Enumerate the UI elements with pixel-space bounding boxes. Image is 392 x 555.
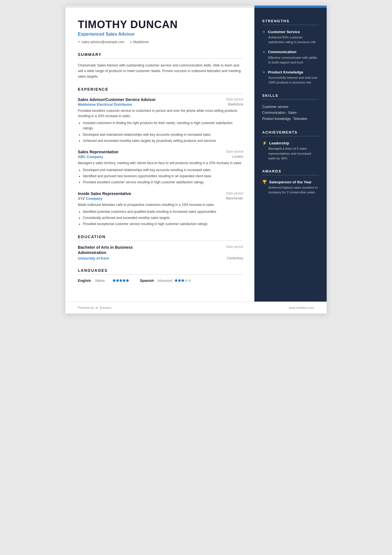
education-entry-1: Bachelor of Arts in Business Administrat… bbox=[78, 245, 243, 260]
awards-title: AWARDS bbox=[262, 169, 319, 173]
star-icon-2: ★ bbox=[262, 50, 266, 54]
company-3: XYZ Company bbox=[78, 196, 102, 201]
award-1: 🏆 Salesperson of the Year Achieved highe… bbox=[262, 180, 319, 195]
languages-section: LANGUAGES English Native bbox=[78, 268, 243, 283]
awards-section: AWARDS 🏆 Salesperson of the Year Achieve… bbox=[262, 169, 319, 195]
strength-desc-3: Successfully learned and sold over 1000 … bbox=[262, 75, 319, 85]
dot-es-3 bbox=[182, 279, 184, 282]
skills-line-1: Customer service · bbox=[262, 104, 319, 110]
dot-en-2 bbox=[116, 279, 119, 282]
strength-1: ★ Customer Service Achieved 95% customer… bbox=[262, 29, 319, 45]
experience-entry-3: Inside Sales Representative Date period … bbox=[78, 191, 243, 227]
location-1: Maidstone bbox=[228, 102, 243, 107]
experience-title: EXPERIENCE bbox=[78, 87, 243, 92]
lang-level-spanish: Advanced bbox=[157, 279, 173, 283]
summary-title: SUMMARY bbox=[78, 52, 243, 57]
left-top-space bbox=[65, 6, 254, 8]
strength-title-2: Communication bbox=[268, 50, 296, 54]
dot-en-5 bbox=[126, 279, 129, 282]
strength-3: ★ Product Knowledge Successfully learned… bbox=[262, 70, 319, 85]
trophy-icon-1: 🏆 bbox=[262, 180, 267, 184]
strengths-divider bbox=[262, 25, 319, 25]
bullet-3-2: Consistently achieved and exceeded month… bbox=[83, 215, 243, 221]
exp-header-2: Sales Representative Date period bbox=[78, 150, 243, 154]
dot-en-1 bbox=[113, 279, 115, 282]
exp-bullets-3: Identified potential customers and quali… bbox=[78, 209, 243, 227]
strength-header-2: ★ Communication bbox=[262, 50, 319, 54]
dot-es-4 bbox=[185, 279, 187, 282]
website-text: www.enhancv.com bbox=[289, 306, 314, 309]
candidate-title: Experienced Sales Advisor bbox=[78, 32, 243, 37]
bullet-1-3: Achieved and exceeded monthly sales targ… bbox=[83, 138, 243, 144]
company-row-1: Maidstone Electrical Distributor Maidsto… bbox=[78, 102, 243, 107]
job-title-2: Sales Representative bbox=[78, 150, 118, 154]
achievement-header-1: ⚡ Leadership bbox=[262, 141, 319, 145]
achievements-divider bbox=[262, 136, 319, 136]
location-text: Maidstone bbox=[133, 40, 148, 44]
strength-title-1: Customer Service bbox=[268, 30, 300, 34]
strength-desc-2: Effective communicator with ability to b… bbox=[262, 55, 319, 65]
languages-divider bbox=[78, 274, 243, 275]
exp-date-3: Date period bbox=[226, 191, 243, 195]
language-spanish: Spanish Advanced bbox=[140, 278, 191, 283]
strength-desc-1: Achieved 95% customer satisfaction ratin… bbox=[262, 35, 319, 45]
lang-dots-english bbox=[113, 279, 129, 282]
edu-location-1: Canterbury bbox=[227, 256, 243, 260]
summary-divider bbox=[78, 58, 243, 59]
strength-title-3: Product Knowledge bbox=[268, 70, 303, 74]
enhancv-logo-icon: ∞ bbox=[96, 306, 98, 310]
company-row-2: ABC Company London bbox=[78, 155, 243, 159]
footer-brand: Powered by ∞ Enhancv bbox=[78, 306, 111, 310]
edu-header-1: Bachelor of Arts in Business Administrat… bbox=[78, 245, 243, 255]
main-content: TIMOTHY DUNCAN Experienced Sales Advisor… bbox=[65, 8, 327, 302]
skills-list: Customer service · Communication · Sales… bbox=[262, 104, 319, 122]
strengths-title: STRENGTHS bbox=[262, 19, 319, 23]
company-1: Maidstone Electrical Distributor bbox=[78, 102, 132, 107]
education-section: EDUCATION Bachelor of Arts in Business A… bbox=[78, 235, 243, 260]
exp-header-3: Inside Sales Representative Date period bbox=[78, 191, 243, 196]
summary-text: Charismatic Sales Advisor with outstandi… bbox=[78, 63, 243, 79]
exp-desc-3: Made outbound telesales calls to prospec… bbox=[78, 202, 243, 208]
location-3: Manchester bbox=[226, 196, 243, 201]
exp-bullets-2: Developed and maintained relationships w… bbox=[78, 167, 243, 185]
languages-title: LANGUAGES bbox=[78, 268, 243, 273]
lang-dots-spanish bbox=[175, 279, 191, 282]
achievements-section: ACHIEVEMENTS ⚡ Leadership Managed a team… bbox=[262, 130, 319, 161]
brand-name: Enhancv bbox=[100, 306, 112, 309]
company-2: ABC Company bbox=[78, 155, 103, 159]
location-contact: ● Maidstone bbox=[130, 40, 149, 44]
strengths-section: STRENGTHS ★ Customer Service Achieved 95… bbox=[262, 19, 319, 85]
right-column: STRENGTHS ★ Customer Service Achieved 95… bbox=[254, 8, 327, 302]
header-section: TIMOTHY DUNCAN Experienced Sales Advisor… bbox=[78, 19, 243, 44]
email-icon: ✉ bbox=[78, 40, 80, 44]
experience-section: EXPERIENCE Sales Advisor/Customer Servic… bbox=[78, 87, 243, 227]
awards-divider bbox=[262, 175, 319, 175]
education-divider bbox=[78, 241, 243, 241]
dot-es-5 bbox=[188, 279, 191, 282]
bullet-3-3: Provided exceptional customer service re… bbox=[83, 221, 243, 227]
experience-entry-2: Sales Representative Date period ABC Com… bbox=[78, 150, 243, 185]
bullet-3-1: Identified potential customers and quali… bbox=[83, 209, 243, 214]
experience-entry-1: Sales Advisor/Customer Service Advisor D… bbox=[78, 97, 243, 144]
star-icon-3: ★ bbox=[262, 70, 266, 74]
skills-line-2: Communication · Sales · bbox=[262, 110, 319, 116]
language-english: English Native bbox=[78, 278, 129, 283]
strength-header-3: ★ Product Knowledge bbox=[262, 70, 319, 74]
strength-2: ★ Communication Effective communicator w… bbox=[262, 50, 319, 65]
bullet-2-2: Identified and pursued new business oppo… bbox=[83, 174, 243, 179]
exp-header-1: Sales Advisor/Customer Service Advisor D… bbox=[78, 97, 243, 102]
company-row-3: XYZ Company Manchester bbox=[78, 196, 243, 201]
exp-bullets-1: Assisted customers in finding the right … bbox=[78, 120, 243, 144]
skills-title: SKILLS bbox=[262, 93, 319, 98]
top-bar bbox=[65, 6, 327, 8]
bolt-icon-1: ⚡ bbox=[262, 141, 267, 145]
email-text: sales.advisor@example.com bbox=[82, 40, 125, 44]
award-header-1: 🏆 Salesperson of the Year bbox=[262, 180, 319, 184]
dot-en-3 bbox=[120, 279, 122, 282]
exp-date-1: Date period bbox=[226, 97, 243, 101]
education-title: EDUCATION bbox=[78, 235, 243, 239]
skills-section: SKILLS Customer service · Communication … bbox=[262, 93, 319, 122]
dot-es-1 bbox=[175, 279, 177, 282]
achievement-1: ⚡ Leadership Managed a team of 5 sales r… bbox=[262, 141, 319, 161]
resume-footer: Powered by ∞ Enhancv www.enhancv.com bbox=[65, 302, 327, 314]
